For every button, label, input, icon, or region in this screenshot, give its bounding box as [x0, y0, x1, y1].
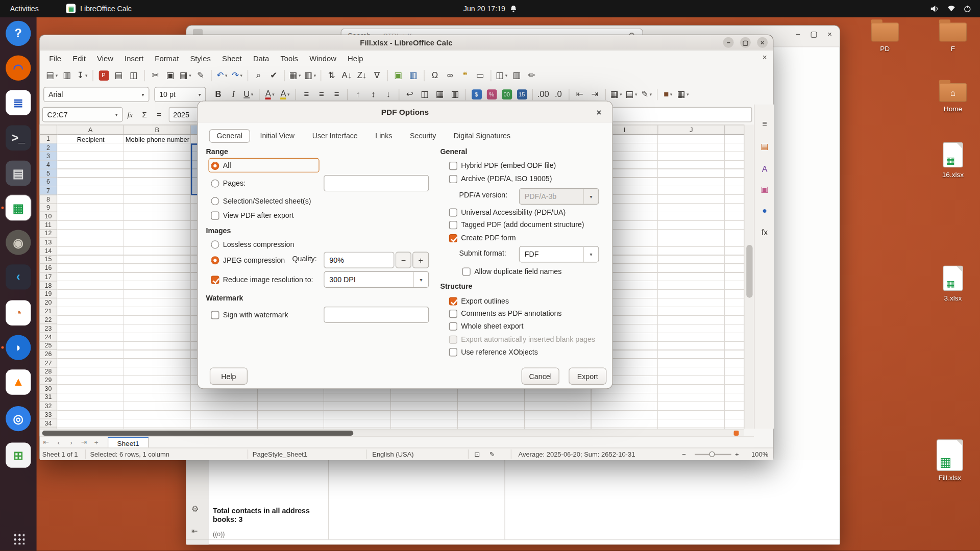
row-header-5[interactable]: 5	[40, 169, 57, 178]
row-header-3[interactable]: 3	[40, 152, 57, 161]
hyperlink-icon[interactable]: ∞	[443, 68, 457, 83]
checkbox-view-pdf-after-export[interactable]: View PDF after export	[211, 209, 293, 222]
row-header-23[interactable]: 23	[40, 324, 57, 333]
dock-software-center[interactable]: ⊞	[6, 442, 31, 467]
first-sheet-icon[interactable]: ⇤	[40, 438, 53, 446]
zoom-out-icon[interactable]: −	[682, 450, 686, 458]
insert-chart-icon[interactable]: ▥	[406, 68, 421, 83]
dock-gimp[interactable]: ◉	[6, 230, 31, 255]
new-icon[interactable]: ▤▾	[45, 68, 59, 83]
chevron-down-icon[interactable]: ▾	[225, 73, 227, 78]
minimize-button[interactable]: −	[723, 37, 734, 48]
row-header-7[interactable]: 7	[40, 186, 57, 195]
settings-gear-icon[interactable]: ⚙	[191, 504, 199, 514]
checkbox-use-reference-xobjects[interactable]: Use reference XObjects	[449, 345, 538, 358]
chevron-down-icon[interactable]: ▾	[115, 112, 118, 117]
insert-image-icon[interactable]: ▣	[391, 68, 405, 83]
radio-icon[interactable]	[211, 179, 219, 187]
comment-icon[interactable]: ❝	[458, 68, 472, 83]
row-header-9[interactable]: 9	[40, 204, 57, 212]
chevron-down-icon[interactable]: ▾	[287, 92, 289, 97]
row-header-18[interactable]: 18	[40, 281, 57, 290]
row-header-33[interactable]: 33	[40, 411, 57, 419]
menu-view[interactable]: View	[91, 51, 119, 66]
split-window-icon[interactable]: ▥	[509, 68, 524, 83]
clock-menu[interactable]: Jun 20 17:19	[463, 5, 517, 12]
formula-icon[interactable]: =	[152, 107, 166, 122]
tab-user-interface[interactable]: User Interface	[305, 129, 365, 143]
column-header-J[interactable]: J	[658, 126, 725, 134]
status-statistics[interactable]: Average: 2025-06-20; Sum: 2652-10-31	[519, 450, 635, 458]
sheet-tab-sheet1[interactable]: Sheet1	[108, 437, 149, 447]
checkbox-icon[interactable]	[449, 174, 457, 183]
borders-icon[interactable]: ▦▾	[609, 87, 623, 102]
center-vertically-icon[interactable]: ↕	[366, 87, 380, 102]
chevron-down-icon[interactable]: ▾	[687, 92, 689, 97]
undo-icon[interactable]: ↶▾	[215, 68, 229, 83]
row-header-26[interactable]: 26	[40, 350, 57, 359]
clone-formatting-icon[interactable]: ✎	[193, 68, 208, 83]
sort-descending-icon[interactable]: Z↓	[355, 68, 369, 83]
cell-A1[interactable]: Recipient	[57, 135, 124, 143]
document-modified-icon[interactable]: ✎	[489, 450, 495, 458]
chevron-down-icon[interactable]: ▾	[199, 92, 201, 97]
checkbox-allow-duplicate-field-names[interactable]: Allow duplicate field names	[462, 265, 562, 278]
checkbox-archive-pdfa[interactable]: Archive (PDF/A, ISO 19005)	[449, 172, 552, 185]
system-status-area[interactable]	[930, 5, 971, 12]
chevron-down-icon[interactable]: ▾	[635, 92, 637, 97]
status-selection-info[interactable]: Selected: 6 rows, 1 column	[90, 450, 169, 458]
chevron-down-icon[interactable]: ▾	[299, 73, 301, 78]
checkbox-sign-watermark[interactable]: Sign with watermark	[211, 309, 288, 321]
checkbox-icon[interactable]	[449, 309, 457, 317]
tab-security[interactable]: Security	[402, 129, 444, 143]
show-applications-button[interactable]	[6, 525, 31, 550]
row-header-14[interactable]: 14	[40, 247, 57, 256]
menu-tools[interactable]: Tools	[275, 51, 304, 66]
tab-links[interactable]: Links	[368, 129, 400, 143]
row-header-22[interactable]: 22	[40, 316, 57, 324]
folder-home[interactable]: ⌂Home	[931, 83, 975, 113]
maximize-button[interactable]: ▢	[740, 37, 751, 48]
row-header-10[interactable]: 10	[40, 212, 57, 221]
sidebar-styles-icon[interactable]: A	[754, 161, 774, 177]
align-center-icon[interactable]: ≡	[314, 87, 329, 102]
checkbox-reduce-resolution[interactable]: Reduce image resolution to:	[211, 273, 313, 286]
checkbox-icon[interactable]	[449, 348, 457, 356]
open-icon[interactable]: ▥	[60, 68, 74, 83]
draw-functions-icon[interactable]: ✏	[525, 68, 539, 83]
checkbox-icon[interactable]	[449, 322, 457, 330]
sum-icon[interactable]: Σ	[137, 107, 152, 122]
row-header-4[interactable]: 4	[40, 161, 57, 169]
row-header-6[interactable]: 6	[40, 178, 57, 187]
vertical-scrollbar[interactable]	[744, 124, 754, 429]
print-preview-icon[interactable]: ◫	[127, 68, 141, 83]
row-header-11[interactable]: 11	[40, 221, 57, 230]
dock-firefox[interactable]: ◠	[6, 56, 31, 81]
column-header-K[interactable]: K	[725, 126, 744, 134]
bold-icon[interactable]: B	[211, 87, 225, 102]
align-right-icon[interactable]: ≡	[329, 87, 344, 102]
chevron-down-icon[interactable]: ▾	[85, 73, 87, 78]
menu-data[interactable]: Data	[248, 51, 275, 66]
radio-range-pages[interactable]: Pages:	[211, 177, 246, 190]
chevron-down-icon[interactable]: ▾	[505, 73, 507, 78]
menu-file[interactable]: File	[43, 51, 67, 66]
file-fill[interactable]: ▦Fill.xlsx	[928, 439, 972, 482]
close-button[interactable]: ×	[827, 30, 832, 38]
checkbox-universal-accessibility[interactable]: Universal Accessibility (PDF/UA)	[449, 206, 566, 218]
decrease-indent-icon[interactable]: ⇤	[573, 87, 587, 102]
checkbox-icon[interactable]	[449, 297, 457, 305]
headers-footers-icon[interactable]: ▭	[473, 68, 487, 83]
chevron-down-icon[interactable]: ▾	[650, 92, 652, 97]
row-header-12[interactable]: 12	[40, 230, 57, 238]
quality-input[interactable]: 90%	[324, 252, 394, 268]
chevron-down-icon[interactable]: ▾	[620, 92, 622, 97]
dock-thunderbird[interactable]: ◗	[6, 335, 31, 360]
sidebar-functions-icon[interactable]: fx	[754, 224, 774, 240]
last-sheet-icon[interactable]: ⇥	[78, 438, 90, 446]
dialog-close-icon[interactable]: ×	[593, 107, 604, 118]
merge-center-icon[interactable]: ◫	[418, 87, 432, 102]
freeze-panes-icon[interactable]: ◫▾	[495, 68, 509, 83]
currency-format-icon[interactable]: $	[469, 87, 483, 102]
add-sheet-icon[interactable]: +	[90, 438, 103, 446]
